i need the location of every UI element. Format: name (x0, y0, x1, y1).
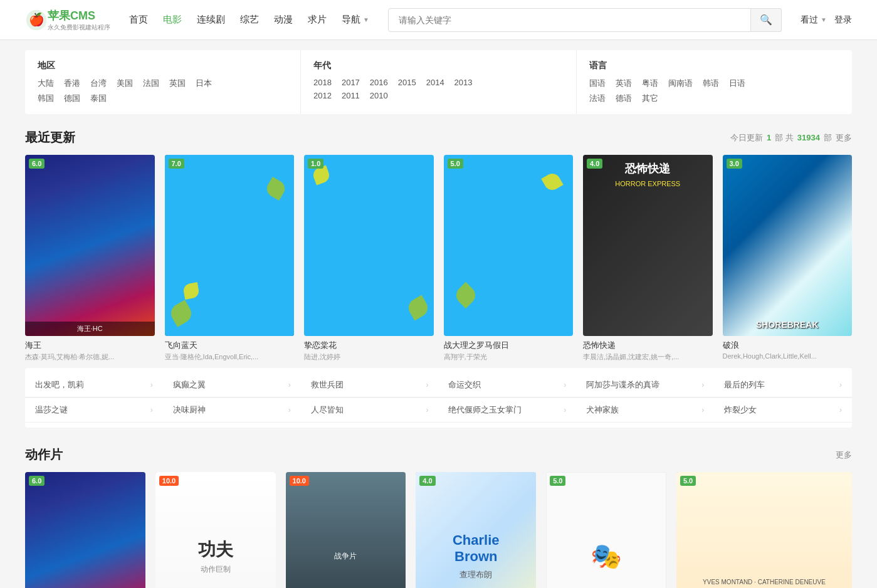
seen-button[interactable]: 看过 ▼ (801, 14, 827, 26)
filter-region-de[interactable]: 德国 (64, 93, 80, 104)
filter-lang-french[interactable]: 法语 (589, 93, 606, 104)
filter-region-hk[interactable]: 香港 (64, 78, 80, 89)
filter-lang-cantonese[interactable]: 粤语 (642, 78, 658, 89)
movie-actors-0: 杰森·莫玛,艾梅柏·希尔德,妮... (25, 352, 155, 362)
filter-lang-japanese[interactable]: 日语 (729, 78, 745, 89)
movie-title-2: 挚恋棠花 (304, 340, 434, 351)
nav-variety[interactable]: 综艺 (240, 14, 259, 26)
quick-link-explode-girl[interactable]: 炸裂少女 › (714, 398, 852, 423)
quick-link-everyone-knows[interactable]: 人尽皆知 › (301, 398, 439, 423)
filter-era-2015[interactable]: 2015 (398, 78, 416, 87)
filter-region-kr[interactable]: 韩国 (38, 93, 54, 104)
movie-title-4: 恐怖快递 (583, 340, 713, 351)
recent-section-title: 最近更新 (25, 129, 75, 146)
filter-era-2016[interactable]: 2016 (370, 78, 388, 87)
action-movie-card-0[interactable]: 6.0 海王 杰森·莫玛,艾梅柏·希尔德... (25, 472, 145, 588)
quick-link-last-train[interactable]: 最后的列车 › (714, 373, 852, 397)
filter-lang-english[interactable]: 英语 (616, 78, 632, 89)
chevron-right-icon: › (150, 406, 153, 414)
chevron-right-icon: › (426, 381, 428, 389)
filter-era-2017[interactable]: 2017 (342, 78, 360, 87)
filter-region-jp[interactable]: 日本 (196, 78, 212, 89)
action-score-badge-3: 4.0 (419, 476, 435, 486)
chevron-right-icon: › (839, 406, 842, 414)
nav-movie[interactable]: 电影 (163, 14, 182, 26)
quick-link-jade-master[interactable]: 绝代偃师之玉女掌门 › (438, 398, 576, 423)
search-input[interactable] (388, 8, 751, 32)
nav-request[interactable]: 求片 (308, 14, 327, 26)
action-score-badge-5: 5.0 (680, 476, 696, 486)
movie-actors-3: 高翔宇,于荣光 (444, 352, 574, 362)
quick-link-destiny[interactable]: 命运交织 › (438, 373, 576, 397)
movie-card-4[interactable]: 恐怖快递 HORROR EXPRESS 4.0 恐怖快递 李晨洁,汤晶媚,沈建宏… (583, 155, 713, 362)
filter-era-2013[interactable]: 2013 (454, 78, 473, 87)
filter-region-tw[interactable]: 台湾 (90, 78, 107, 89)
action-movie-card-4[interactable]: 🎭 5.0 动画片 演员G (546, 472, 666, 588)
movie-title-3: 战大理之罗马假日 (444, 340, 574, 351)
leaf-icon (541, 171, 564, 193)
movie-title-5: 破浪 (723, 340, 853, 351)
login-button[interactable]: 登录 (834, 14, 852, 26)
movie-card-2[interactable]: 1.0 挚恋棠花 陆进,沈婷婷 (304, 155, 434, 362)
filter-era-2011[interactable]: 2011 (342, 91, 360, 100)
logo[interactable]: 🍎 苹果CMS 永久免费影视建站程序 (25, 8, 110, 32)
filter-era-2010[interactable]: 2010 (370, 91, 388, 100)
score-badge-4: 4.0 (587, 159, 602, 169)
quick-link-depart[interactable]: 出发吧，凯莉 › (25, 373, 163, 397)
search-button[interactable]: 🔍 (751, 8, 782, 32)
movie-actors-1: 亚当·隆格伦,Ida,Engvoll,Eric,... (165, 352, 295, 362)
leaf-icon (264, 177, 288, 201)
filter-lang-label: 语言 (589, 60, 839, 71)
action-more-link[interactable]: 更多 (836, 449, 852, 461)
quick-link-windsor[interactable]: 温莎之谜 › (25, 398, 163, 423)
movie-poster-4: 恐怖快递 HORROR EXPRESS 4.0 (583, 155, 713, 336)
leaf-icon (405, 295, 431, 321)
movie-card-3[interactable]: 5.0 战大理之罗马假日 高翔宇,于荣光 (444, 155, 574, 362)
filter-region-th[interactable]: 泰国 (90, 93, 107, 104)
filter-lang-other[interactable]: 其它 (642, 93, 658, 104)
recent-more-link[interactable]: 更多 (836, 132, 852, 144)
action-movie-grid: 6.0 海王 杰森·莫玛,艾梅柏·希尔德... 功夫 动作巨制 10.0 动作片 (25, 472, 852, 588)
movie-card-5[interactable]: SHOREBREAK 3.0 破浪 Derek,Hough,Clark,Litt… (723, 155, 853, 362)
nav-anime[interactable]: 动漫 (274, 14, 293, 26)
quick-link-rescue[interactable]: 救世兵团 › (301, 373, 439, 397)
filter-lang-german[interactable]: 德语 (616, 93, 632, 104)
filter-region-mainland[interactable]: 大陆 (38, 78, 54, 89)
chevron-down-icon: ▼ (821, 16, 827, 23)
logo-subtitle: 永久免费影视建站程序 (48, 23, 110, 32)
movie-card-0[interactable]: 海王·HC 6.0 海王 杰森·莫玛,艾梅柏·希尔德,妮... (25, 155, 155, 362)
filter-era-row: 2018 2017 2016 2015 2014 2013 (313, 78, 564, 87)
filter-region-us[interactable]: 美国 (117, 78, 133, 89)
leaf-icon (182, 282, 200, 300)
filter-lang-korean[interactable]: 韩语 (703, 78, 719, 89)
filter-region-fr[interactable]: 法国 (143, 78, 159, 89)
movie-actors-4: 李晨洁,汤晶媚,沈建宏,姚一奇,... (583, 352, 713, 362)
filter-lang-hokkien[interactable]: 闽南语 (668, 78, 693, 89)
quick-link-crazy[interactable]: 疯癫之翼 › (163, 373, 301, 397)
action-movie-card-1[interactable]: 功夫 动作巨制 10.0 动作片 演员A,演员B (155, 472, 276, 588)
nav-home[interactable]: 首页 (129, 14, 148, 26)
filter-lang-mandarin[interactable]: 国语 (589, 78, 606, 89)
filter-region-uk[interactable]: 英国 (169, 78, 186, 89)
quick-link-dog-family[interactable]: 犬神家族 › (576, 398, 714, 423)
score-badge-3: 5.0 (448, 159, 463, 169)
action-movie-card-3[interactable]: CharlieBrown 查理布朗 4.0 Charlie Brown 查理布朗… (416, 472, 536, 588)
horror-title-text: 恐怖快递 (589, 161, 706, 176)
nav-guide-dropdown[interactable]: 导航 ▼ (342, 14, 369, 26)
quick-link-chef[interactable]: 决味厨神 › (163, 398, 301, 423)
action-movie-card-2[interactable]: 战争片 10.0 战争动作片 演员C,演员D (286, 472, 406, 588)
chevron-right-icon: › (288, 381, 291, 389)
action-movie-poster-0: 6.0 (25, 472, 145, 588)
action-movie-card-5[interactable]: YVES MONTAND · CATHERINE DENEUVE LE SAUV… (676, 472, 852, 588)
filter-era-2014[interactable]: 2014 (426, 78, 444, 87)
quick-link-agatha[interactable]: 阿加莎与谍杀的真谛 › (576, 373, 714, 397)
filter-era-2012[interactable]: 2012 (313, 91, 332, 100)
nav-series[interactable]: 连续剧 (197, 14, 225, 26)
svg-text:🍎: 🍎 (29, 12, 45, 27)
movie-poster-5: SHOREBREAK 3.0 (723, 155, 853, 336)
header: 🍎 苹果CMS 永久免费影视建站程序 首页 电影 连续剧 综艺 动漫 求片 导航… (0, 0, 877, 40)
movie-card-1[interactable]: 7.0 飞向蓝天 亚当·隆格伦,Ida,Engvoll,Eric,... (165, 155, 295, 362)
filter-era-2018[interactable]: 2018 (313, 78, 332, 87)
chevron-right-icon: › (564, 381, 566, 389)
chevron-right-icon: › (150, 381, 153, 389)
